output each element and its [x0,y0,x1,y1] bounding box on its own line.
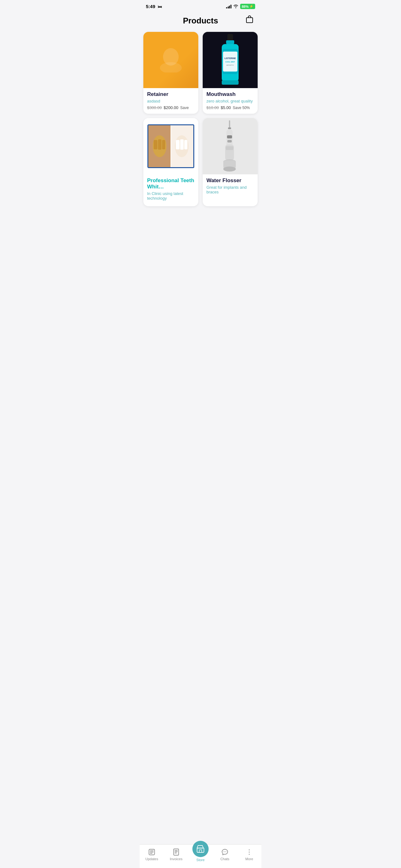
mouthwash-name: Mouthwash [206,91,254,97]
product-card-retainer[interactable]: Retainer asdasd $300.00 $200.00 Save [143,32,198,114]
retainer-image [143,32,198,88]
status-icons: 88% ⚡ [226,4,255,9]
wifi-icon [233,4,238,9]
products-container: Retainer asdasd $300.00 $200.00 Save [140,29,261,231]
cart-icon [245,15,254,24]
retainer-desc: asdasd [147,99,195,103]
svg-point-29 [223,166,236,172]
status-bar: 5:49 🛏 88% ⚡ [140,0,261,11]
retainer-current-price: $200.00 [164,105,178,110]
whitening-desc: In Clinic using latest technology [147,191,195,200]
retainer-save: Save [180,105,189,110]
svg-rect-4 [226,40,234,44]
mouthwash-desc: zero alcohol, great quality [206,99,254,103]
mouthwash-original-price: $10.00 [206,105,219,110]
cart-button[interactable] [244,14,255,26]
svg-text:LISTERINE: LISTERINE [225,57,236,59]
svg-rect-14 [158,140,162,150]
flosser-desc: Great for implants and braces [206,185,254,194]
mouthwash-current-price: $5.00 [221,105,231,110]
retainer-original-price: $300.00 [147,105,162,110]
whitening-name: Professional Teeth Whit… [147,178,195,190]
flosser-image [203,118,258,174]
svg-text:COOL MINT: COOL MINT [226,61,235,63]
retainer-info: Retainer asdasd $300.00 $200.00 Save [143,88,198,114]
mouthwash-info: Mouthwash zero alcohol, great quality $1… [203,88,258,114]
svg-rect-13 [154,140,157,149]
mouthwash-save: Save 50% [233,105,250,110]
product-card-flosser[interactable]: Water Flosser Great for implants and bra… [203,118,258,206]
svg-rect-0 [246,18,253,23]
svg-rect-26 [226,146,233,150]
product-card-whitening[interactable]: Professional Teeth Whit… In Clinic using… [143,118,198,206]
svg-rect-3 [227,34,233,41]
svg-rect-20 [229,120,230,128]
whitening-info: Professional Teeth Whit… In Clinic using… [143,174,198,206]
svg-rect-24 [227,140,232,143]
mouthwash-pricing: $10.00 $5.00 Save 50% [206,105,254,110]
svg-rect-18 [180,140,183,150]
svg-point-2 [160,62,182,72]
retainer-name: Retainer [147,91,195,97]
svg-rect-19 [184,140,188,149]
product-card-mouthwash[interactable]: LISTERINE COOL MINT ANTISEPTIC Mouthwash… [203,32,258,114]
sleep-icon: 🛏 [158,4,162,9]
svg-rect-11 [222,80,239,85]
signal-icon [226,5,231,8]
battery-indicator: 88% ⚡ [240,4,255,9]
flosser-name: Water Flosser [206,178,254,184]
page-title: Products [183,16,218,26]
svg-rect-17 [176,140,179,149]
status-time: 5:49 [146,4,155,9]
svg-rect-23 [227,135,232,138]
svg-rect-21 [228,127,231,129]
mouthwash-image: LISTERINE COOL MINT ANTISEPTIC [203,32,258,88]
svg-rect-15 [162,140,165,149]
svg-text:ANTISEPTIC: ANTISEPTIC [226,64,234,66]
whitening-image [143,118,198,174]
page-header: Products [140,11,261,29]
products-grid: Retainer asdasd $300.00 $200.00 Save [143,32,258,206]
retainer-pricing: $300.00 $200.00 Save [147,105,195,110]
flosser-info: Water Flosser Great for implants and bra… [203,174,258,200]
